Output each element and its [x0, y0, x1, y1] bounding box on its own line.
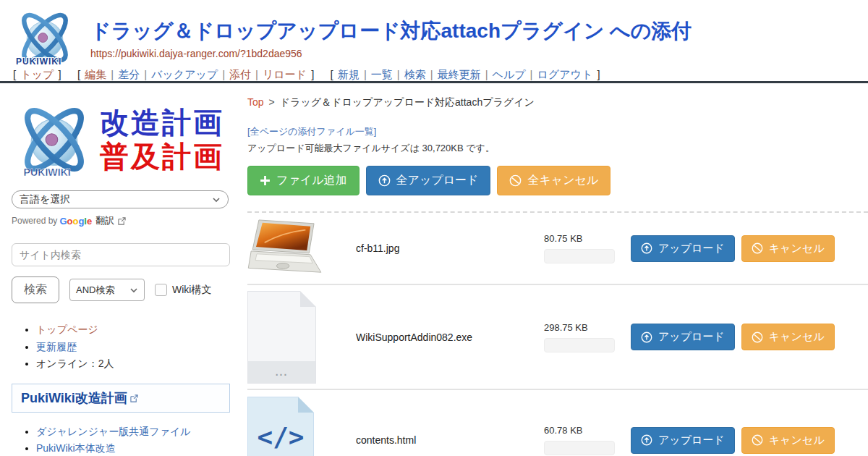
powered-by-text: Powered by: [12, 216, 57, 226]
nav-separator: |: [397, 68, 400, 80]
ban-icon: [509, 174, 522, 187]
fukyu-keikaku-text: 普及計画: [100, 140, 224, 174]
google-letter: e: [87, 216, 92, 227]
nav-link-edit[interactable]: 編集: [85, 68, 106, 80]
upload-button[interactable]: アップロード: [631, 427, 735, 454]
sidebar-logo[interactable]: PUKIWIKI 改造計画 普及計画: [12, 93, 240, 186]
nav-link-logout[interactable]: ログアウト: [537, 68, 593, 80]
translate-label[interactable]: 翻訳: [95, 214, 114, 227]
nav-link-reload[interactable]: リロード: [263, 68, 307, 80]
upload-label: アップロード: [658, 242, 725, 256]
breadcrumb: Top>ドラッグ＆ドロップアップロード対応attachプラグイン: [247, 96, 868, 109]
sidebar-link-toppage[interactable]: トップページ: [36, 324, 98, 335]
bracket: [: [77, 68, 80, 80]
cancel-label: キャンセル: [769, 242, 825, 256]
online-count: オンライン：2人: [36, 358, 114, 369]
upload-all-label: 全アップロード: [396, 173, 479, 188]
sidebar-quick-links: トップページ 更新履歴 オンライン：2人: [36, 322, 240, 372]
file-size: 80.75 KB: [544, 233, 631, 244]
list-item: PukiWiki本体改造: [36, 441, 240, 455]
search-controls: 検索 AND検索 Wiki構文: [12, 276, 240, 303]
upload-all-button[interactable]: 全アップロード: [366, 166, 491, 195]
upload-button[interactable]: アップロード: [631, 235, 735, 262]
language-select[interactable]: 言語を選択: [12, 190, 229, 208]
file-icon-band: ...: [248, 361, 315, 383]
sidebar-section-title: PukiWiki改造計画: [21, 389, 127, 407]
cancel-button[interactable]: キャンセル: [741, 235, 835, 262]
nav-separator: |: [430, 68, 433, 80]
nav-separator: |: [485, 68, 488, 80]
generic-file-icon: ...: [247, 291, 316, 384]
nav-separator: |: [144, 68, 147, 80]
google-translate-attribution: Powered by Google 翻訳: [12, 214, 240, 227]
all-attachments-link[interactable]: [全ページの添付ファイル一覧]: [247, 125, 376, 138]
file-thumbnail: [247, 219, 356, 278]
search-button[interactable]: 検索: [12, 276, 59, 303]
laptop-photo-thumbnail: [247, 219, 326, 278]
nav-link-help[interactable]: ヘルプ: [493, 68, 526, 80]
nav-link-top[interactable]: トップ: [20, 68, 54, 80]
code-glyph: </>: [248, 422, 313, 452]
nav-link-new[interactable]: 新規: [338, 68, 359, 80]
google-letter: G: [59, 216, 67, 227]
sidebar-link-core-mod[interactable]: PukiWiki本体改造: [36, 442, 116, 454]
file-size-column: 60.78 KB: [544, 425, 631, 455]
bracket: [: [13, 68, 16, 80]
breadcrumb-current: ドラッグ＆ドロップアップロード対応attachプラグイン: [280, 96, 535, 108]
nav-link-diff[interactable]: 差分: [118, 68, 140, 80]
nav-group-site: [ 新規|一覧|検索|最終更新|ヘルプ|ログアウト ]: [329, 68, 602, 80]
add-file-button[interactable]: ファイル追加: [247, 166, 359, 195]
ban-icon: [752, 242, 763, 254]
pukiwiki-brand-label: PUKIWIKI: [16, 56, 61, 67]
cancel-all-button[interactable]: 全キャンセル: [497, 166, 610, 195]
file-actions: アップロード キャンセル: [631, 235, 868, 262]
site-header: PUKIWIKI ドラッグ＆ドロップアップロード対応attachプラグイン への…: [0, 0, 868, 83]
nav-link-search[interactable]: 検索: [404, 68, 426, 80]
sidebar-logo-text: 改造計画 普及計画: [100, 106, 224, 174]
breadcrumb-separator: >: [269, 96, 275, 108]
sidebar-section-header[interactable]: PukiWiki改造計画: [12, 384, 230, 413]
upload-button[interactable]: アップロード: [631, 324, 735, 350]
pukiwiki-attach-page: PUKIWIKI ドラッグ＆ドロップアップロード対応attachプラグイン への…: [0, 0, 868, 456]
site-search-input[interactable]: [12, 243, 230, 266]
file-thumbnail: ...: [247, 291, 356, 384]
chevron-down-icon: [129, 286, 138, 295]
page-fold: [300, 291, 316, 307]
nav-link-list[interactable]: 一覧: [371, 68, 393, 80]
chevron-down-icon: [212, 195, 221, 204]
cancel-button[interactable]: キャンセル: [741, 324, 835, 350]
file-name: WikiSupportAddin082.exe: [356, 332, 544, 343]
sidebar-link-history[interactable]: 更新履歴: [36, 341, 77, 352]
wiki-syntax-option: Wiki構文: [155, 284, 211, 297]
external-link-icon: [118, 217, 126, 225]
nav-separator: |: [530, 68, 533, 80]
nav-link-recent[interactable]: 最終更新: [438, 68, 481, 80]
upload-circle-icon: [641, 332, 652, 343]
nav-group-top: [ トップ ]: [12, 68, 63, 80]
brand-text: PUKIWIKI: [24, 166, 71, 178]
search-mode-select[interactable]: AND検索: [69, 279, 145, 301]
breadcrumb-home-link[interactable]: Top: [247, 96, 264, 108]
page-url[interactable]: https://pukiwiki.dajya-ranger.com/?1bd2d…: [90, 48, 302, 59]
ban-icon: [752, 332, 763, 343]
language-select-value: 言語を選択: [20, 193, 70, 206]
file-size-column: 298.75 KB: [544, 322, 631, 352]
nav-link-attach[interactable]: 添付: [229, 68, 251, 80]
file-name: cf-b11.jpg: [356, 242, 544, 254]
google-logo: Google: [59, 216, 92, 227]
page-fold: [298, 397, 314, 413]
bracket: ]: [597, 68, 600, 80]
sidebar-link-common-files[interactable]: ダジャレンジャー版共通ファイル: [36, 426, 191, 437]
wiki-syntax-checkbox[interactable]: [155, 284, 167, 296]
max-upload-size-text: アップロード可能最大ファイルサイズは 30,720KB です。: [247, 142, 868, 155]
nav-group-page: [ 編集|差分|バックアップ|添付|リロード ]: [76, 68, 315, 80]
nav-separator: |: [364, 68, 367, 80]
nav-link-backup[interactable]: バックアップ: [151, 68, 218, 80]
upload-circle-icon: [378, 174, 391, 187]
main-content: Top>ドラッグ＆ドロップアップロード対応attachプラグイン [全ページの添…: [240, 83, 868, 456]
file-row: cf-b11.jpg 80.75 KB アップロード キャンセル: [247, 213, 868, 285]
upload-circle-icon: [641, 434, 652, 446]
cancel-button[interactable]: キャンセル: [741, 427, 835, 454]
search-mode-value: AND検索: [76, 284, 114, 297]
upload-label: アップロード: [658, 434, 725, 447]
